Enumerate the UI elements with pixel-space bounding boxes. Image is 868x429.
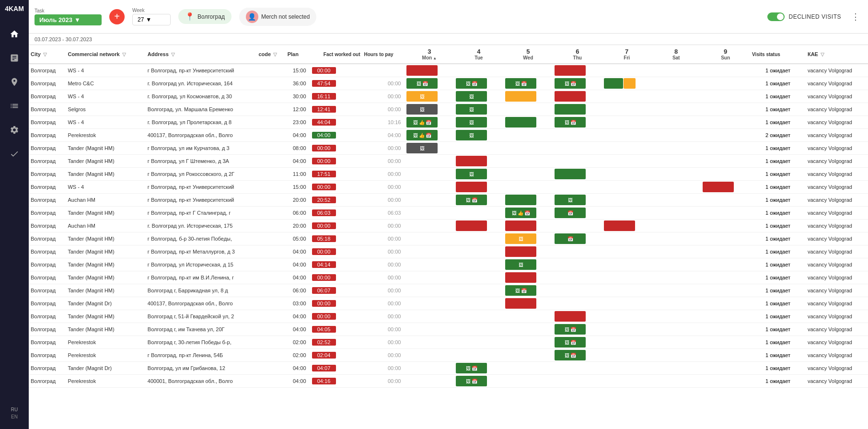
cell-day7[interactable] [602, 194, 651, 207]
sidebar-icon-settings[interactable] [7, 123, 22, 137]
cell-day7[interactable] [602, 129, 651, 142]
location-button[interactable]: 📍 Волгоград [178, 9, 231, 24]
cell-day4[interactable] [454, 220, 503, 232]
cell-day9[interactable] [701, 90, 750, 103]
cell-day7[interactable] [602, 64, 651, 77]
cell-day7[interactable] [602, 90, 651, 103]
cell-day8[interactable] [651, 155, 701, 168]
cell-day8[interactable] [651, 362, 701, 375]
kae-filter-icon[interactable]: ▽ [821, 52, 824, 57]
cell-day5[interactable] [503, 362, 553, 375]
cell-day9[interactable] [701, 116, 750, 129]
cell-day4[interactable]: 🖼📅 [454, 362, 503, 375]
cell-day7[interactable] [602, 142, 651, 155]
cell-day9[interactable] [701, 168, 750, 181]
cell-day3[interactable] [405, 258, 454, 271]
cell-day7[interactable] [602, 297, 651, 310]
cell-day6[interactable] [553, 90, 602, 103]
cell-day8[interactable] [651, 271, 701, 284]
cell-day4[interactable] [454, 271, 503, 284]
cell-day4[interactable]: 🖼 [454, 168, 503, 181]
cell-day5[interactable] [503, 194, 553, 207]
cell-day5[interactable] [503, 116, 553, 129]
network-filter-icon[interactable]: ▽ [122, 52, 126, 57]
cell-day4[interactable] [454, 336, 503, 349]
cell-day8[interactable] [651, 323, 701, 336]
week-dropdown[interactable]: 27 ▼ [132, 14, 171, 25]
cell-day8[interactable] [651, 116, 701, 129]
cell-day8[interactable] [651, 64, 701, 77]
cell-day3[interactable]: 🖼 [405, 103, 454, 116]
cell-day3[interactable]: 🖼 [405, 90, 454, 103]
more-button[interactable]: ⋮ [849, 10, 862, 23]
cell-day6[interactable]: 📅 [553, 207, 602, 220]
cell-day3[interactable] [405, 220, 454, 232]
sidebar-icon-chart[interactable] [7, 51, 22, 65]
cell-day3[interactable] [405, 194, 454, 207]
cell-day3[interactable] [405, 336, 454, 349]
cell-day9[interactable] [701, 349, 750, 362]
col-fact[interactable]: Fact worked out [310, 45, 362, 64]
merch-button[interactable]: 👤 Merch not selected [239, 8, 316, 26]
cell-day8[interactable] [651, 336, 701, 349]
cell-day8[interactable] [651, 245, 701, 258]
cell-day6[interactable] [553, 245, 602, 258]
cell-day7[interactable] [602, 245, 651, 258]
address-filter-icon[interactable]: ▽ [171, 52, 175, 57]
cell-day6[interactable]: 🖼📅 [553, 116, 602, 129]
cell-day4[interactable]: 🖼 [454, 129, 503, 142]
cell-day3[interactable] [405, 207, 454, 220]
cell-day4[interactable]: 🖼 [454, 103, 503, 116]
cell-day8[interactable] [651, 284, 701, 297]
cell-day9[interactable] [701, 271, 750, 284]
cell-day8[interactable] [651, 349, 701, 362]
cell-day8[interactable] [651, 142, 701, 155]
cell-day7[interactable] [602, 323, 651, 336]
cell-day4[interactable]: 🖼📅 [454, 194, 503, 207]
col-address[interactable]: Address ▽ [146, 45, 257, 64]
cell-day8[interactable] [651, 375, 701, 388]
cell-day4[interactable] [454, 323, 503, 336]
cell-day3[interactable] [405, 349, 454, 362]
cell-day7[interactable] [602, 271, 651, 284]
cell-day8[interactable] [651, 297, 701, 310]
cell-day5[interactable] [503, 297, 553, 310]
cell-day9[interactable] [701, 155, 750, 168]
cell-day5[interactable] [503, 245, 553, 258]
cell-day4[interactable] [454, 245, 503, 258]
cell-day8[interactable] [651, 129, 701, 142]
cell-day5[interactable] [503, 375, 553, 388]
cell-day6[interactable] [553, 181, 602, 194]
cell-day6[interactable] [553, 310, 602, 323]
cell-day6[interactable] [553, 297, 602, 310]
cell-day3[interactable] [405, 155, 454, 168]
cell-day7[interactable] [602, 336, 651, 349]
cell-day5[interactable] [503, 168, 553, 181]
col-day6[interactable]: 6 Thu [553, 45, 602, 64]
cell-day3[interactable] [405, 362, 454, 375]
cell-day4[interactable] [454, 310, 503, 323]
cell-day3[interactable] [405, 232, 454, 245]
city-filter-icon[interactable]: ▽ [43, 52, 47, 57]
add-button[interactable]: + [109, 9, 125, 24]
cell-day6[interactable] [553, 220, 602, 232]
col-day9[interactable]: 9 Sun [701, 45, 750, 64]
cell-day4[interactable]: 🖼📅 [454, 375, 503, 388]
cell-day3[interactable] [405, 64, 454, 77]
cell-day9[interactable] [701, 362, 750, 375]
cell-day3[interactable]: 🖼 [405, 142, 454, 155]
col-city[interactable]: City ▽ [29, 45, 66, 64]
cell-day7[interactable] [602, 284, 651, 297]
cell-day8[interactable] [651, 194, 701, 207]
sidebar-icon-location[interactable] [7, 75, 22, 89]
cell-day3[interactable] [405, 181, 454, 194]
cell-day4[interactable] [454, 297, 503, 310]
cell-day5[interactable]: 🖼📅 [503, 284, 553, 297]
cell-day3[interactable] [405, 323, 454, 336]
cell-day4[interactable] [454, 181, 503, 194]
cell-day9[interactable] [701, 129, 750, 142]
cell-day9[interactable] [701, 220, 750, 232]
col-day7[interactable]: 7 Fri [602, 45, 651, 64]
cell-day8[interactable] [651, 258, 701, 271]
cell-day9[interactable] [701, 297, 750, 310]
